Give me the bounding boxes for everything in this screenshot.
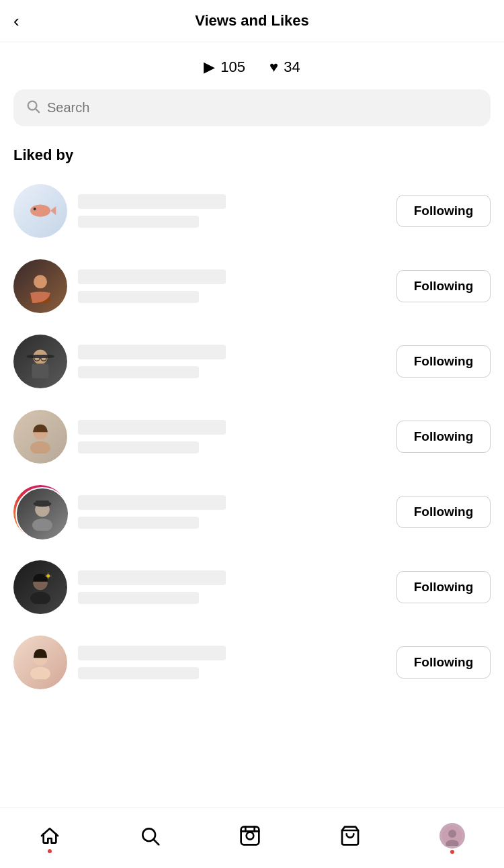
handle-placeholder (78, 216, 199, 228)
svg-line-1 (36, 109, 39, 112)
user-list: Following Following (0, 173, 504, 700)
username-placeholder (78, 646, 226, 660)
nav-search[interactable] (139, 825, 161, 847)
user-info (78, 194, 386, 228)
avatar (13, 335, 67, 388)
page-title: Views and Likes (195, 12, 309, 30)
avatar (13, 410, 67, 464)
search-nav-icon (139, 825, 161, 847)
liked-by-label: Liked by (0, 140, 504, 173)
svg-point-20 (30, 592, 50, 604)
user-info (78, 420, 386, 453)
search-input[interactable] (47, 100, 478, 116)
search-bar (13, 89, 491, 126)
user-info (78, 495, 386, 529)
bottom-nav (0, 808, 504, 868)
heart-icon: ♥ (269, 58, 278, 76)
profile-avatar (439, 823, 465, 849)
user-info (78, 269, 386, 303)
svg-marker-3 (50, 206, 56, 215)
views-count: 105 (220, 58, 245, 76)
nav-profile[interactable] (439, 823, 465, 849)
following-button[interactable]: Following (396, 571, 491, 603)
profile-dot (450, 850, 454, 854)
list-item: Following (0, 173, 504, 249)
handle-placeholder (78, 291, 199, 303)
svg-rect-18 (36, 501, 49, 505)
search-icon (26, 99, 40, 117)
handle-placeholder (78, 441, 199, 453)
user-info (78, 646, 386, 679)
header: ‹ Views and Likes (0, 0, 504, 42)
list-item: Following (0, 550, 504, 625)
svg-point-29 (247, 832, 254, 839)
nav-home[interactable] (39, 825, 60, 847)
handle-placeholder (78, 366, 199, 378)
svg-rect-9 (26, 355, 54, 358)
svg-point-16 (32, 519, 52, 531)
list-item: Following (0, 324, 504, 399)
svg-rect-28 (241, 826, 259, 844)
user-info (78, 570, 386, 604)
handle-placeholder (78, 667, 199, 679)
username-placeholder (78, 420, 226, 435)
back-button[interactable]: ‹ (13, 12, 19, 30)
nav-shop[interactable] (339, 825, 361, 847)
avatar (13, 259, 67, 313)
likes-count: 34 (284, 58, 300, 76)
following-button[interactable]: Following (396, 496, 491, 528)
username-placeholder (78, 269, 226, 284)
handle-placeholder (78, 592, 199, 604)
following-button[interactable]: Following (396, 345, 491, 378)
following-button[interactable]: Following (396, 195, 491, 227)
views-stat: ▶ 105 (204, 58, 245, 76)
home-icon (39, 825, 60, 847)
following-button[interactable]: Following (396, 270, 491, 302)
svg-line-27 (154, 840, 159, 844)
following-button[interactable]: Following (396, 646, 491, 679)
username-placeholder (78, 495, 226, 510)
handle-placeholder (78, 517, 199, 529)
search-container (0, 89, 504, 140)
svg-point-25 (30, 667, 50, 679)
home-dot (48, 849, 52, 853)
following-button[interactable]: Following (396, 421, 491, 453)
username-placeholder (78, 194, 226, 209)
svg-point-4 (34, 208, 36, 210)
shop-icon (339, 825, 361, 847)
list-item: Following (0, 474, 504, 550)
avatar (13, 560, 67, 614)
svg-point-14 (30, 441, 50, 453)
svg-rect-8 (32, 363, 49, 378)
username-placeholder (78, 345, 226, 359)
list-item: Following (0, 399, 504, 474)
svg-point-5 (34, 275, 47, 288)
reels-icon (239, 825, 261, 847)
list-item: Following (0, 249, 504, 324)
nav-reels[interactable] (239, 825, 261, 847)
likes-stat: ♥ 34 (269, 58, 300, 76)
user-info (78, 345, 386, 378)
avatar (13, 485, 67, 539)
list-item: Following (0, 625, 504, 700)
avatar (13, 636, 67, 689)
username-placeholder (78, 570, 226, 585)
avatar (13, 184, 67, 238)
play-icon: ▶ (204, 58, 215, 76)
svg-point-35 (448, 830, 456, 838)
stats-row: ▶ 105 ♥ 34 (0, 42, 504, 89)
svg-point-2 (30, 204, 50, 216)
